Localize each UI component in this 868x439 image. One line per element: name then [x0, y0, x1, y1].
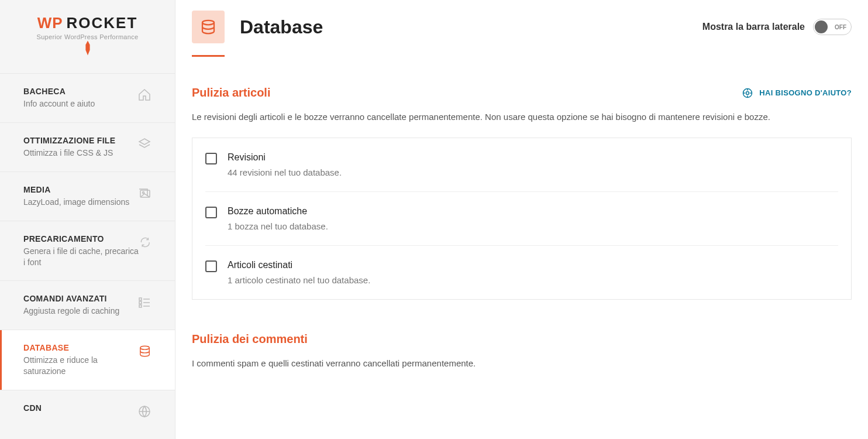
- logo-wp: WP: [37, 14, 63, 32]
- nav-item-comandi-avanzati[interactable]: COMANDI AVANZATI Aggiusta regole di cach…: [0, 280, 175, 330]
- section-desc: Le revisioni degli articoli e le bozze v…: [192, 110, 852, 124]
- svg-rect-2: [139, 298, 142, 300]
- main-content: Database Mostra la barra laterale OFF Pu…: [175, 0, 868, 439]
- page-title: Database: [240, 16, 687, 38]
- toggle-state: OFF: [835, 24, 846, 30]
- tab-underline: [192, 55, 225, 57]
- option-sub: 44 revisioni nel tuo database.: [228, 167, 342, 177]
- option-row-bozze: Bozze automatiche 1 bozza nel tuo databa…: [205, 192, 838, 246]
- nav-desc: Aggiusta regole di caching: [23, 306, 119, 317]
- nav-desc: Info account e aiuto: [23, 98, 95, 109]
- option-panel-articoli: Revisioni 44 revisioni nel tuo database.…: [192, 138, 852, 300]
- option-title: Revisioni: [228, 152, 342, 163]
- svg-point-10: [202, 20, 214, 25]
- svg-rect-6: [139, 305, 142, 307]
- option-sub: 1 bozza nel tuo database.: [228, 221, 328, 231]
- option-row-cestinati: Articoli cestinati 1 articolo cestinato …: [205, 246, 838, 299]
- nav-item-cdn[interactable]: CDN: [0, 390, 175, 431]
- svg-point-12: [746, 91, 749, 94]
- sidebar-toggle-wrap: Mostra la barra laterale OFF: [702, 19, 852, 35]
- sidebar-toggle-label: Mostra la barra laterale: [702, 22, 805, 32]
- refresh-icon: [139, 235, 151, 249]
- list-icon: [137, 295, 151, 309]
- checkbox-bozze[interactable]: [205, 207, 217, 218]
- nav-title: CDN: [23, 403, 42, 413]
- section-head-articoli: Pulizia articoli HAI BISOGNO D'AIUTO?: [192, 86, 852, 100]
- toggle-knob: [815, 20, 828, 33]
- svg-point-1: [143, 191, 144, 193]
- nav-title: DATABASE: [23, 343, 138, 352]
- nav-desc: Ottimizza e riduce la saturazione: [23, 355, 138, 377]
- database-icon: [199, 18, 217, 36]
- globe-icon: [137, 404, 151, 419]
- section-desc: I commenti spam e quelli cestinati verra…: [192, 356, 852, 370]
- nav-item-media[interactable]: MEDIA LazyLoad, image dimensions: [0, 172, 175, 221]
- sidebar: WP ROCKET Superior WordPress Performance…: [0, 0, 175, 439]
- nav-desc: Ottimizza i file CSS & JS: [23, 148, 115, 159]
- section-commenti: Pulizia dei commenti I commenti spam e q…: [192, 332, 852, 370]
- checkbox-revisioni[interactable]: [205, 153, 217, 164]
- svg-point-8: [140, 347, 149, 350]
- option-title: Bozze automatiche: [228, 206, 328, 217]
- nav-desc: LazyLoad, image dimensions: [23, 197, 129, 208]
- nav-title: BACHECA: [23, 87, 95, 96]
- section-title: Pulizia articoli: [192, 86, 270, 100]
- database-icon: [138, 344, 151, 358]
- header-icon-box: [192, 11, 225, 43]
- nav-item-ottimizzazione-file[interactable]: OTTIMIZZAZIONE FILE Ottimizza i file CSS…: [0, 122, 175, 172]
- help-icon: [742, 87, 753, 99]
- help-text: HAI BISOGNO D'AIUTO?: [759, 88, 852, 97]
- rocket-icon: [82, 39, 93, 57]
- nav-title: MEDIA: [23, 185, 129, 194]
- help-link[interactable]: HAI BISOGNO D'AIUTO?: [742, 87, 852, 99]
- option-sub: 1 articolo cestinato nel tuo database.: [228, 275, 370, 285]
- nav-item-bacheca[interactable]: BACHECA Info account e aiuto: [0, 73, 175, 122]
- nav-title: COMANDI AVANZATI: [23, 294, 119, 303]
- layers-icon: [137, 137, 151, 151]
- sidebar-toggle[interactable]: OFF: [813, 19, 852, 35]
- page-header: Database Mostra la barra laterale OFF: [192, 11, 852, 55]
- section-title: Pulizia dei commenti: [192, 332, 308, 346]
- images-icon: [137, 186, 151, 200]
- logo-rocket: ROCKET: [67, 14, 138, 32]
- nav: BACHECA Info account e aiuto OTTIMIZZAZI…: [0, 73, 175, 439]
- nav-title: PRECARICAMENTO: [23, 234, 139, 243]
- home-icon: [137, 88, 151, 102]
- svg-rect-4: [139, 301, 142, 304]
- logo: WP ROCKET Superior WordPress Performance: [0, 0, 175, 73]
- nav-title: OTTIMIZZAZIONE FILE: [23, 136, 115, 145]
- nav-desc: Genera i file di cache, precarica i font: [23, 246, 139, 268]
- checkbox-cestinati[interactable]: [205, 260, 217, 272]
- nav-item-precaricamento[interactable]: PRECARICAMENTO Genera i file di cache, p…: [0, 221, 175, 281]
- option-title: Articoli cestinati: [228, 260, 370, 270]
- nav-item-database[interactable]: DATABASE Ottimizza e riduce la saturazio…: [0, 330, 175, 390]
- option-row-revisioni: Revisioni 44 revisioni nel tuo database.: [205, 138, 838, 192]
